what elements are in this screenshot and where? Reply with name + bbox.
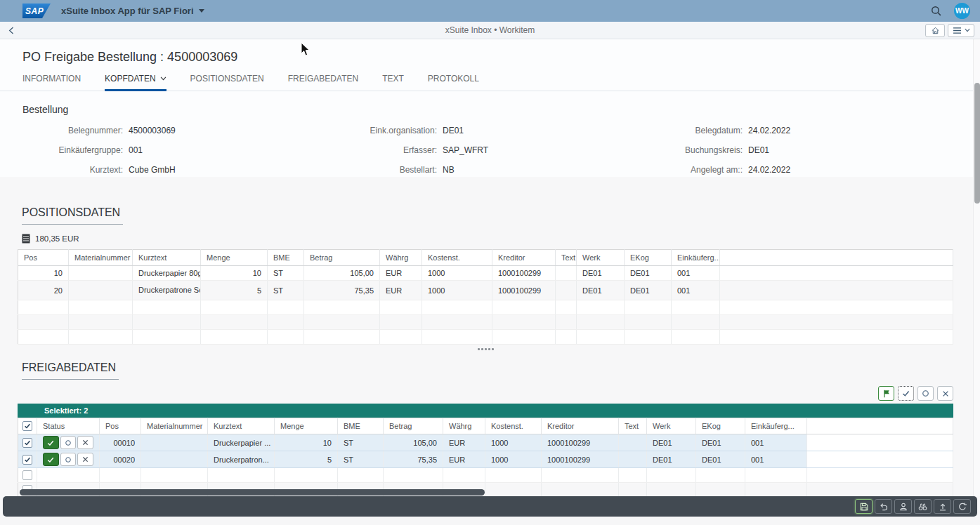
status-approve-button[interactable]: [43, 453, 59, 466]
col-ekog: EKog: [625, 250, 672, 266]
tab-freigabedaten[interactable]: FREIGABEDATEN: [288, 74, 358, 91]
flag-button[interactable]: [878, 386, 894, 401]
status-reject-button[interactable]: [77, 436, 93, 449]
col-materialnummer: Materialnummer: [141, 418, 208, 434]
select-all-checkbox[interactable]: [22, 421, 32, 431]
col-waehrg: Währg: [443, 418, 485, 434]
status-reset-button[interactable]: [60, 436, 77, 449]
col-einkaeuferg: Einkäuferg...: [672, 250, 720, 266]
field-label: Belegdatum:: [679, 126, 743, 135]
status-approve-button[interactable]: [43, 436, 59, 449]
row-checkbox[interactable]: [22, 455, 32, 465]
belegdatum-value: 24.02.2022: [748, 126, 790, 135]
chevron-down-icon: [160, 77, 166, 81]
app-title: xSuite Inbox App für SAP Fiori: [61, 6, 194, 16]
field-label: Erfasser:: [342, 145, 437, 155]
back-button[interactable]: [0, 26, 23, 35]
circle-icon: [64, 456, 72, 464]
upload-button[interactable]: [934, 499, 951, 514]
hamburger-icon: [953, 27, 962, 34]
field-label: Buchungskreis:: [679, 145, 743, 155]
col-kostenst: Kostenst.: [422, 250, 492, 266]
col-kreditor: Kreditor: [492, 250, 556, 266]
buchungskreis-value: DE01: [748, 145, 769, 155]
sum-icon: [22, 234, 30, 244]
object-page-header: PO Freigabe Bestellung : 4500003069 INFO…: [0, 39, 980, 177]
undo-button[interactable]: [875, 499, 892, 514]
refresh-button[interactable]: [953, 499, 971, 514]
empty-row: [18, 315, 953, 330]
tab-information[interactable]: INFORMATION: [22, 74, 81, 91]
table-row[interactable]: 10 Druckerpapier 80g10 ST105,00 EUR1000 …: [18, 266, 953, 281]
status-reset-button[interactable]: [60, 453, 77, 466]
col-pos: Pos: [18, 250, 69, 266]
search-icon[interactable]: [930, 5, 942, 17]
reset-button[interactable]: [917, 386, 934, 401]
field-label: Bestellart:: [342, 165, 437, 175]
app-title-dropdown-icon: [199, 9, 204, 13]
workitem-title: xSuite Inbox • Workitem: [0, 25, 980, 35]
approve-button[interactable]: [898, 386, 914, 401]
erfasser-value: SAP_WFRT: [443, 145, 488, 155]
selected-count: Selektiert: 2: [44, 406, 88, 415]
col-einkaeuferg: Einkäuferg...: [745, 418, 807, 434]
positionsdaten-heading: POSITIONSDATEN: [22, 206, 123, 225]
col-filler: [807, 418, 953, 434]
vertical-scrollbar-thumb[interactable]: [974, 83, 980, 204]
footer-toolbar: [3, 496, 977, 517]
binoculars-icon: [917, 502, 928, 512]
home-icon: [931, 26, 940, 35]
col-betrag: Betrag: [304, 250, 380, 266]
freigabedaten-table: Status Pos Materialnummer Kurztext Menge…: [18, 418, 953, 496]
einkorganisation-value: DE01: [443, 126, 464, 135]
einkaeufergruppe-value: 001: [129, 145, 143, 155]
page-body: PO Freigabe Bestellung : 4500003069 INFO…: [0, 39, 980, 496]
sap-logo[interactable]: SAP: [22, 4, 51, 18]
upload-icon: [938, 502, 948, 512]
table-row[interactable]: 20 Druckerpatrone Schwarz5 ST75,35 EUR10…: [18, 281, 953, 300]
home-button[interactable]: [925, 24, 945, 37]
tab-protokoll[interactable]: PROTOKOLL: [428, 74, 479, 91]
table-resize-grip[interactable]: [18, 345, 953, 354]
save-button[interactable]: [855, 499, 873, 514]
table-row[interactable]: 00020 Druckerpatron...5 ST75,35 EUR1000 …: [18, 451, 953, 468]
col-waehrg: Währg: [380, 250, 422, 266]
tab-kopfdaten[interactable]: KOPFDATEN: [105, 74, 166, 91]
screen: SAP xSuite Inbox App für SAP Fiori WW xS…: [0, 0, 980, 525]
user-button[interactable]: [894, 499, 912, 514]
total-row: 180,35 EUR: [22, 234, 980, 244]
bottom-strip: [0, 517, 980, 525]
field-label: Kurztext:: [22, 165, 123, 175]
check-icon: [24, 423, 31, 430]
kurztext-value: Cube GmbH: [129, 165, 176, 175]
col-text: Text: [556, 250, 577, 266]
empty-row: [18, 300, 953, 315]
save-icon: [859, 502, 869, 512]
belegnummer-value: 4500003069: [129, 126, 176, 135]
tab-positionsdaten[interactable]: POSITIONSDATEN: [190, 74, 264, 91]
tabstrip: INFORMATION KOPFDATEN POSITIONSDATEN FRE…: [0, 65, 980, 91]
status-reject-button[interactable]: [77, 453, 93, 466]
row-checkbox[interactable]: [22, 470, 32, 480]
x-icon: [81, 439, 89, 446]
table-row[interactable]: 00010 Druckerpapier ...10 ST105,00 EUR10…: [18, 434, 953, 451]
user-avatar[interactable]: WW: [954, 3, 970, 19]
reject-button[interactable]: [937, 386, 953, 401]
horizontal-scrollbar-thumb[interactable]: [20, 489, 485, 496]
field-label: Eink.organisation:: [342, 126, 437, 135]
tab-text[interactable]: TEXT: [382, 74, 404, 91]
check-icon: [46, 456, 55, 464]
vertical-scrollbar: [973, 39, 980, 496]
col-bme: BME: [268, 250, 304, 266]
selection-toolbar: Selektiert: 2: [18, 404, 953, 418]
field-label: Einkäufergruppe:: [22, 145, 123, 155]
find-button[interactable]: [914, 499, 932, 514]
row-checkbox[interactable]: [22, 438, 32, 448]
app-title-menu[interactable]: xSuite Inbox App für SAP Fiori: [61, 6, 204, 16]
positionsdaten-table: Pos Materialnummer Kurztext Menge BME Be…: [18, 249, 953, 345]
col-bme: BME: [338, 418, 384, 434]
col-betrag: Betrag: [384, 418, 443, 434]
menu-button[interactable]: [948, 24, 974, 37]
empty-row: [18, 468, 953, 483]
status-group: [43, 453, 93, 466]
